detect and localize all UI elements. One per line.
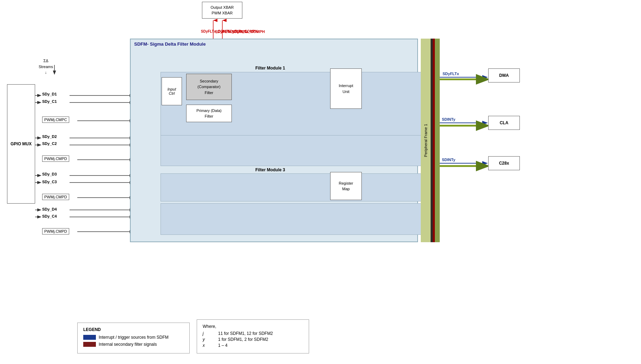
green-bar (435, 39, 440, 242)
where-title: Where, (203, 324, 303, 329)
signal-sdy-c4: SDy_C4 (42, 214, 57, 218)
filter-module-1-label: Filter Module 1 (255, 66, 285, 71)
c28x-box: C28x (488, 156, 520, 170)
gpio-mux-box: GPIO MUX (7, 84, 35, 204)
where-var-j: j (203, 331, 211, 336)
where-val-x: 1 – 4 (218, 343, 303, 348)
dma-box: DMA (488, 68, 520, 82)
where-row-y: y 1 for SDFM1, 2 for SDFM2 (203, 337, 303, 342)
peripheral-frame-label: Peripheral Frame 1 (424, 124, 428, 157)
legend-color-secondary (83, 342, 96, 347)
sdfm-label: SDFM- Sigma Delta Filter Module (134, 41, 206, 47)
gpio-label: GPIO MUX (11, 141, 32, 147)
signal-sdy-d2: SDy_D2 (42, 134, 57, 139)
xbar-box: Output XBARPWM XBAR (202, 2, 242, 19)
svg-text:SDINTy: SDINTy (442, 117, 456, 121)
signal-sdy-d3: SDy_D3 (42, 172, 57, 176)
sdfm-outer: SDFM- Sigma Delta Filter Module Filter M… (130, 39, 418, 242)
filter-strip-3 (161, 173, 433, 201)
register-map-label: RegisterMap (339, 180, 353, 192)
register-map-box: RegisterMap (330, 172, 362, 200)
svg-text:SDyFLTx: SDyFLTx (443, 72, 459, 76)
input-ctrl-label: InputCtrl (168, 87, 176, 95)
secondary-filter-label: Secondary(Comparator)Filter (197, 78, 220, 96)
sigma-delta-label: ΣΔStreams↓ (39, 58, 53, 75)
where-val-j: 11 for SDFM1, 12 for SDFM2 (218, 331, 303, 336)
primary-filter-box: Primary (Data)Filter (186, 105, 232, 122)
xbar-label: Output XBARPWM XBAR (210, 5, 234, 16)
legend-title: LEGEND (83, 327, 184, 332)
interrupt-unit-label: InterruptUnit (339, 83, 353, 94)
legend-item-secondary: Internal secondary filter signals (83, 342, 184, 347)
signal-sdy-c3: SDy_C3 (42, 180, 57, 184)
legend-item-interrupt: Interrupt / trigger sources from SDFM (83, 335, 184, 340)
where-var-y: y (203, 337, 211, 342)
signal-comph: SDyFLTx_COMPH (228, 29, 257, 33)
where-box: Where, j 11 for SDFM1, 12 for SDFM2 y 1 … (197, 319, 309, 353)
interrupt-unit-box: InterruptUnit (330, 68, 362, 109)
peripheral-frame: Peripheral Frame 1 (421, 39, 431, 242)
signal-sdy-c2: SDy_C2 (42, 141, 57, 146)
legend-label-secondary: Internal secondary filter signals (99, 342, 157, 347)
c28x-label: C28x (499, 161, 509, 166)
legend-color-interrupt (83, 335, 96, 340)
signal-pwm-cmpc: PWMj.CMPC (42, 117, 69, 123)
signal-pwm-cmpd-2: PWMj.CMPD (42, 194, 69, 200)
filter-strip-2 (161, 135, 433, 166)
filter-module-3-label: Filter Module 3 (255, 167, 285, 172)
signal-pwm-cmpd-1: PWMj.CMPD (42, 155, 69, 162)
where-val-y: 1 for SDFM1, 2 for SDFM2 (218, 337, 303, 342)
signal-pwm-cmpd-3: PWMj.CMPD (42, 228, 69, 234)
signal-sdy-c1: SDy_C1 (42, 99, 57, 104)
legend-box: LEGEND Interrupt / trigger sources from … (77, 323, 190, 353)
cla-label: CLA (500, 120, 509, 125)
primary-filter-label: Primary (Data)Filter (196, 108, 222, 119)
svg-text:SDINTy: SDINTy (442, 158, 456, 162)
secondary-filter-box: Secondary(Comparator)Filter (186, 74, 232, 100)
input-ctrl-box: InputCtrl (162, 77, 182, 105)
signal-sdy-d4: SDy_D4 (42, 207, 57, 211)
cla-box: CLA (488, 116, 520, 130)
signal-compl: SDyFLTx_COMPL (201, 29, 230, 33)
where-row-j: j 11 for SDFM1, 12 for SDFM2 (203, 331, 303, 336)
signal-sdy-d1: SDy_D1 (42, 92, 57, 96)
where-var-x: x (203, 343, 211, 348)
filter-strip-4 (161, 203, 433, 235)
dma-label: DMA (499, 73, 509, 78)
diagram-container: SDyFLTx SDINTy SDINTy (0, 0, 641, 364)
where-row-x: x 1 – 4 (203, 343, 303, 348)
legend-label-interrupt: Interrupt / trigger sources from SDFM (99, 335, 169, 340)
